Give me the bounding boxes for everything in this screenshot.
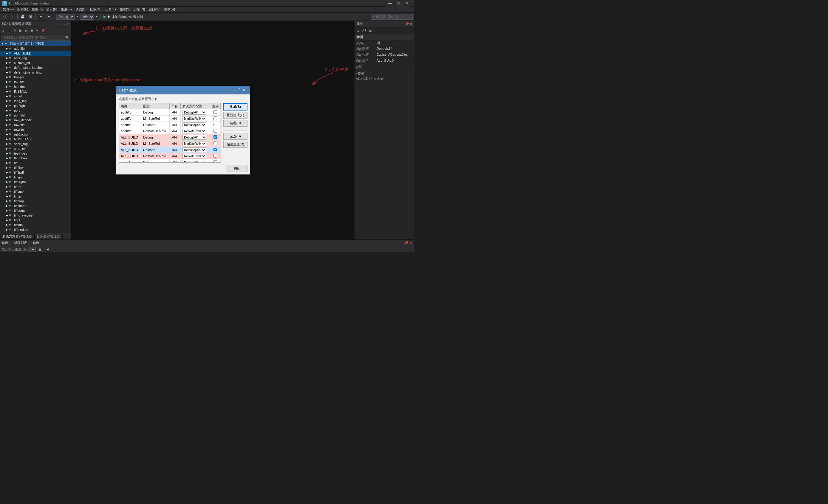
tree-item-defer-loading[interactable]: ▶■defer_strile_loading	[0, 65, 71, 70]
toolbar-pin[interactable]: 📌	[40, 28, 46, 33]
tree-item-pal2rgb[interactable]: ▶■pal2rgb	[0, 103, 71, 108]
tree-item-port[interactable]: ▶■port	[0, 108, 71, 113]
sln-config-select-1[interactable]: MinSizeRel|x64	[182, 116, 206, 121]
config-select[interactable]: Debug	[56, 14, 75, 20]
close-button[interactable]: ✕	[403, 0, 411, 7]
toolbar-home[interactable]: ⌂	[1, 28, 6, 33]
props-sort-category[interactable]: ≡	[356, 28, 361, 33]
solution-search-input[interactable]	[1, 35, 70, 41]
sln-config-select-6[interactable]: Release|x64	[182, 147, 206, 152]
menu-analyze[interactable]: 分析(N)	[132, 7, 147, 12]
close-button[interactable]: 关闭	[226, 165, 247, 172]
tree-item-rgb2ycbcr[interactable]: ▶■rgb2ycbcr	[0, 132, 71, 137]
output-panel-pin[interactable]: 📌 ✕	[404, 241, 412, 245]
sln-config-select-4[interactable]: Debug|x64	[182, 135, 206, 140]
build-button[interactable]: 生成(B)	[223, 103, 247, 110]
toolbar-props[interactable]: ≡	[35, 28, 40, 33]
toolbar-show-all[interactable]: ◈	[23, 28, 29, 33]
sln-config-select-2[interactable]: Release|x64	[182, 123, 206, 127]
menu-file[interactable]: 文件(F)	[1, 7, 15, 12]
dialog-table-wrap[interactable]: 项目 配置 平台 解决方案配置 生成	[119, 103, 221, 163]
platform-select[interactable]: x64	[80, 14, 94, 20]
select-all-button[interactable]: 全选(S)	[223, 133, 247, 140]
tree-item-tiff-bi[interactable]: ▶■tiff-bi	[0, 184, 71, 189]
tree-item-strip-rw[interactable]: ▶■strip_rw	[0, 146, 71, 151]
build-checkbox-4[interactable]	[213, 135, 217, 139]
build-checkbox-2[interactable]	[213, 123, 217, 126]
toolbar-redo[interactable]: ↪	[45, 13, 52, 20]
menu-debug[interactable]: 调试(D)	[74, 7, 88, 12]
tree-item-ppm2tiff[interactable]: ▶■ppm2tiff	[0, 113, 71, 118]
tree-item-testtypes[interactable]: ▶■testtypes	[0, 151, 71, 156]
tree-item-install[interactable]: ▶■INSTALL	[0, 89, 71, 94]
tree-item-all-build[interactable]: ▶ ■ ALL_BUILD	[0, 51, 71, 56]
tree-item-tiffcp[interactable]: ▶■tiffcp	[0, 194, 71, 199]
toolbar-filter[interactable]: ⊟	[17, 28, 23, 33]
tree-item-raw2tiff[interactable]: ▶■raw2tiff	[0, 123, 71, 127]
minimize-button[interactable]: —	[386, 0, 394, 7]
dialog-close-x[interactable]: ✕	[242, 88, 247, 93]
toolbar-undo[interactable]: ↩	[38, 13, 44, 20]
sln-config-select-8[interactable]: Debug|x64	[182, 160, 206, 163]
sln-config-select-3[interactable]: RelWithDebInfo|x64	[182, 129, 206, 133]
tab-team-explorer[interactable]: 团队资源管理器	[35, 233, 63, 239]
toolbar-refresh[interactable]: ↻	[12, 28, 17, 33]
tree-item-tiffmedian[interactable]: ▶■tiffmedian	[0, 227, 71, 232]
tree-item-tiff2ps[interactable]: ▶■tiff2ps	[0, 175, 71, 180]
sln-config-select-0[interactable]: Debug|x64	[182, 110, 206, 115]
menu-window[interactable]: 窗口(W)	[147, 7, 163, 12]
output-clear[interactable]: 🗑	[37, 246, 44, 252]
props-sort-alpha[interactable]: AZ	[362, 28, 367, 33]
tree-item-run-tests[interactable]: ▶■RUN_TESTS	[0, 137, 71, 141]
clean-button[interactable]: 清理(C)	[223, 120, 247, 127]
tree-item-tiff[interactable]: ▶■tiff	[0, 161, 71, 165]
tree-item-htmldoc[interactable]: ▶■htmldoc	[0, 84, 71, 89]
tree-item-tiffdither[interactable]: ▶■tiffdither	[0, 203, 71, 208]
quick-search-input[interactable]	[371, 14, 413, 20]
sln-config-select-7[interactable]: RelWithDebInfo|x64	[182, 154, 206, 158]
menu-project[interactable]: 项目(P)	[44, 7, 59, 12]
build-checkbox-1[interactable]	[213, 117, 217, 120]
toolbar-collapse[interactable]: ⊞	[29, 28, 34, 33]
build-checkbox-5[interactable]	[213, 141, 217, 145]
tree-item-tiffinfo[interactable]: ▶■tiffinfo	[0, 223, 71, 227]
tree-item-tiff-grayscale[interactable]: ▶■tiff-grayscale	[0, 213, 71, 218]
tree-item-tiff2bw[interactable]: ▶■tiff2bw	[0, 165, 71, 170]
menu-help[interactable]: 帮助(H)	[162, 7, 177, 12]
menu-test[interactable]: 测试(S)	[118, 7, 132, 12]
build-checkbox-3[interactable]	[213, 129, 217, 133]
tree-item-tiffcrop[interactable]: ▶■tiffcrop	[0, 199, 71, 203]
toolbar-forward[interactable]: ▷	[9, 13, 15, 20]
menu-team[interactable]: 团队(M)	[88, 7, 104, 12]
tree-item-defer-writing[interactable]: ▶■defer_strile_writing	[0, 70, 71, 75]
menu-build[interactable]: 生成(B)	[59, 7, 74, 12]
tree-item-thumbnail[interactable]: ▶■thumbnail	[0, 156, 71, 161]
tree-item-fax2tiff[interactable]: ▶■fax2tiff	[0, 80, 71, 84]
menu-tools[interactable]: 工具(T)	[104, 7, 118, 12]
build-checkbox-7[interactable]	[213, 154, 217, 157]
toolbar-arrow-up[interactable]: ↑	[6, 28, 12, 33]
menu-view[interactable]: 视图(V)	[30, 7, 45, 12]
menu-edit[interactable]: 编辑(E)	[15, 7, 30, 12]
output-tab2[interactable]: 输出	[33, 241, 39, 245]
tree-item-raw-decode[interactable]: ▶■raw_decode	[0, 118, 71, 123]
props-pin[interactable]: 📌 ✕	[405, 22, 412, 26]
toolbar-back[interactable]: ◁	[1, 13, 8, 20]
panel-controls[interactable]: — ✕	[63, 22, 70, 26]
tree-item-rewrite[interactable]: ▶■rewrite	[0, 127, 71, 132]
tree-item-iptcutil[interactable]: ▶■iptcutil	[0, 94, 71, 99]
props-pages[interactable]: ⊞	[368, 28, 373, 33]
tree-item-addtiffo[interactable]: ▶ ■ addtiffo	[0, 46, 71, 51]
tree-item-fax2ps[interactable]: ▶■fax2ps	[0, 75, 71, 80]
tab-solution-explorer[interactable]: 解决方案资源管理器	[0, 233, 35, 239]
rebuild-button[interactable]: 重新生成(E)	[223, 112, 247, 119]
tree-item-ascii-tag[interactable]: ▶■ascii_tag	[0, 56, 71, 60]
toolbar-save[interactable]: 💾	[19, 13, 26, 20]
sln-config-select-5[interactable]: MinSizeRel|x64	[182, 141, 206, 146]
tree-item-tiffcmp[interactable]: ▶■tiffcmp	[0, 189, 71, 194]
toolbar-saveall[interactable]: ⊞	[27, 13, 34, 20]
output-word-wrap[interactable]: ↵	[45, 246, 51, 252]
tree-item-long-tag[interactable]: ▶■long_tag	[0, 99, 71, 103]
tree-item-short-tag[interactable]: ▶■short_tag	[0, 141, 71, 146]
tree-item-tiffgt[interactable]: ▶■tiffgt	[0, 218, 71, 223]
